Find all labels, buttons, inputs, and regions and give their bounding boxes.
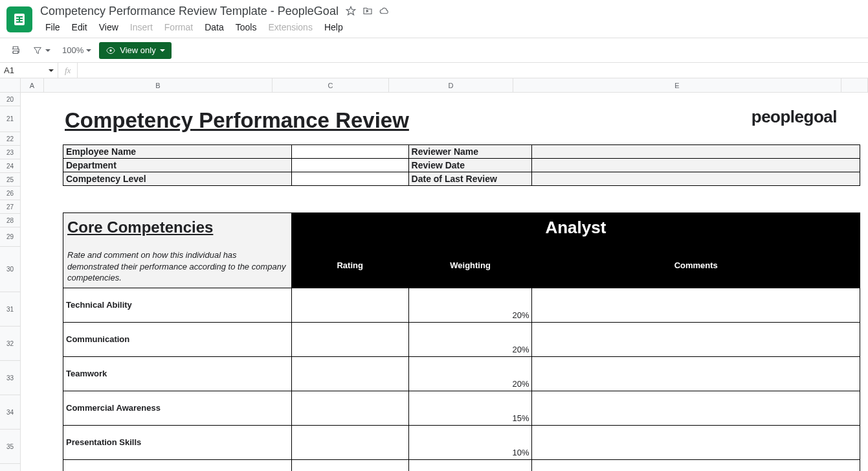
row-header[interactable]: 22 bbox=[0, 132, 20, 146]
info-review-date-value[interactable] bbox=[532, 159, 860, 172]
move-folder-icon[interactable] bbox=[362, 5, 373, 17]
svg-rect-4 bbox=[19, 16, 20, 23]
view-only-button[interactable]: View only bbox=[99, 42, 171, 59]
row-header[interactable]: 29 bbox=[0, 227, 20, 247]
fx-label: fx bbox=[58, 63, 78, 78]
column-header-row: A B C D E bbox=[0, 78, 868, 93]
info-emp-name-value[interactable] bbox=[291, 145, 408, 159]
row-header[interactable]: 31 bbox=[0, 292, 20, 327]
comments-header[interactable]: Comments bbox=[532, 242, 860, 288]
comp-row-label[interactable] bbox=[63, 459, 292, 471]
comp-row-rating[interactable] bbox=[291, 322, 408, 356]
filter-icon bbox=[32, 45, 43, 56]
info-review-date-label[interactable]: Review Date bbox=[408, 159, 532, 172]
comp-row-weight[interactable]: 10% bbox=[408, 425, 532, 459]
print-button[interactable] bbox=[6, 41, 25, 60]
col-header-D[interactable]: D bbox=[389, 78, 513, 92]
comp-row-label[interactable]: Technical Ability bbox=[63, 288, 292, 322]
chevron-down-icon bbox=[49, 69, 54, 72]
svg-point-6 bbox=[110, 49, 112, 51]
comp-row-weight[interactable]: 20% bbox=[408, 356, 532, 391]
comp-row-label[interactable]: Commercial Awareness bbox=[63, 391, 292, 425]
name-box[interactable]: A1 bbox=[0, 63, 58, 78]
menu-file[interactable]: File bbox=[40, 19, 65, 35]
comp-row-label[interactable]: Presentation Skills bbox=[63, 425, 292, 459]
menu-view[interactable]: View bbox=[94, 19, 124, 35]
comp-row-rating[interactable] bbox=[291, 425, 408, 459]
col-header-C[interactable]: C bbox=[273, 78, 389, 92]
chevron-down-icon bbox=[86, 49, 91, 52]
toolbar: 100% View only bbox=[0, 38, 868, 63]
info-last-review-value[interactable] bbox=[532, 172, 860, 186]
page-title: Competency Performance Review bbox=[65, 108, 409, 133]
eye-icon bbox=[106, 45, 116, 56]
comp-row-comments[interactable] bbox=[532, 425, 860, 459]
title-area: Competency Performance Review Template -… bbox=[40, 5, 390, 35]
rating-header[interactable]: Rating bbox=[291, 242, 408, 288]
row-header[interactable]: 32 bbox=[0, 327, 20, 361]
row-header[interactable]: 26 bbox=[0, 187, 20, 200]
info-reviewer-label[interactable]: Reviewer Name bbox=[408, 145, 532, 159]
info-reviewer-value[interactable] bbox=[532, 145, 860, 159]
formula-input[interactable] bbox=[78, 63, 868, 78]
info-comp-level-value[interactable] bbox=[291, 172, 408, 186]
info-emp-name-label[interactable]: Employee Name bbox=[63, 145, 292, 159]
comp-row-label[interactable]: Teamwork bbox=[63, 356, 292, 391]
cloud-icon[interactable] bbox=[379, 5, 390, 17]
comp-row-weight[interactable] bbox=[408, 459, 532, 471]
info-last-review-label[interactable]: Date of Last Review bbox=[408, 172, 532, 186]
row-header[interactable]: 21 bbox=[0, 106, 20, 132]
row-header[interactable]: 20 bbox=[0, 93, 20, 106]
zoom-select[interactable]: 100% bbox=[58, 43, 95, 58]
row-header[interactable]: 25 bbox=[0, 173, 20, 187]
menu-insert: Insert bbox=[125, 19, 158, 35]
comp-row-rating[interactable] bbox=[291, 459, 408, 471]
col-header-B[interactable]: B bbox=[44, 78, 273, 92]
col-header-E[interactable]: E bbox=[513, 78, 841, 92]
core-cell[interactable]: Core Competencies Rate and comment on ho… bbox=[63, 213, 292, 288]
doc-title[interactable]: Competency Performance Review Template -… bbox=[40, 5, 339, 18]
comp-row-rating[interactable] bbox=[291, 288, 408, 322]
menu-data[interactable]: Data bbox=[199, 19, 229, 35]
star-icon[interactable] bbox=[345, 5, 357, 17]
select-all-corner[interactable] bbox=[0, 78, 21, 93]
menu-help[interactable]: Help bbox=[319, 19, 348, 35]
row-header[interactable]: 27 bbox=[0, 200, 20, 214]
comp-row-label[interactable]: Communication bbox=[63, 322, 292, 356]
comp-row-comments[interactable] bbox=[532, 391, 860, 425]
row-header[interactable]: 24 bbox=[0, 159, 20, 173]
row-header[interactable]: 23 bbox=[0, 146, 20, 159]
menu-bar: File Edit View Insert Format Data Tools … bbox=[40, 18, 390, 35]
col-header-F[interactable] bbox=[841, 78, 868, 92]
comp-row-weight[interactable]: 20% bbox=[408, 288, 532, 322]
col-header-A[interactable]: A bbox=[21, 78, 44, 92]
comp-row-weight[interactable]: 20% bbox=[408, 322, 532, 356]
analyst-header[interactable]: Analyst bbox=[291, 213, 860, 243]
info-department-value[interactable] bbox=[291, 159, 408, 172]
brand-part-b: goal bbox=[804, 107, 837, 126]
menu-edit[interactable]: Edit bbox=[67, 19, 93, 35]
comp-row-weight[interactable]: 15% bbox=[408, 391, 532, 425]
competency-table: Core Competencies Rate and comment on ho… bbox=[63, 213, 860, 471]
comp-row-comments[interactable] bbox=[532, 288, 860, 322]
name-box-value: A1 bbox=[4, 65, 14, 75]
row-header[interactable]: 33 bbox=[0, 361, 20, 395]
comp-row-comments[interactable] bbox=[532, 322, 860, 356]
comp-row-comments[interactable] bbox=[532, 459, 860, 471]
info-comp-level-label[interactable]: Competency Level bbox=[63, 172, 292, 186]
row-header[interactable]: 35 bbox=[0, 430, 20, 464]
comp-row-rating[interactable] bbox=[291, 391, 408, 425]
comp-row-comments[interactable] bbox=[532, 356, 860, 391]
filter-menu[interactable] bbox=[28, 43, 54, 58]
core-note: Rate and comment on how this individual … bbox=[67, 249, 287, 284]
weighting-header[interactable]: Weighting bbox=[408, 242, 532, 288]
sheet-body: 20 21 22 23 24 25 26 27 28 29 30 31 32 3… bbox=[0, 93, 868, 471]
info-department-label[interactable]: Department bbox=[63, 159, 292, 172]
grid-canvas[interactable]: Competency Performance Review peoplegoal… bbox=[21, 93, 868, 471]
menu-tools[interactable]: Tools bbox=[230, 19, 262, 35]
row-header[interactable]: 28 bbox=[0, 214, 20, 227]
row-header[interactable]: 34 bbox=[0, 395, 20, 430]
sheets-logo[interactable] bbox=[6, 6, 32, 32]
comp-row-rating[interactable] bbox=[291, 356, 408, 391]
row-header[interactable]: 30 bbox=[0, 247, 20, 292]
